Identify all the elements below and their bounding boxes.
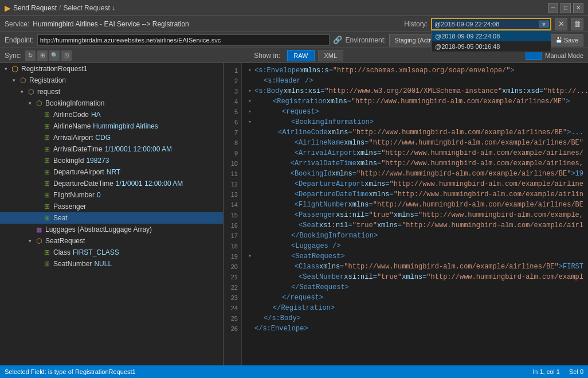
tnsn: SeatNumber — [53, 260, 92, 268]
title-sub: Select Request ↓ — [63, 4, 115, 12]
manual-mode-toggle[interactable] — [526, 52, 542, 60]
title-bar: ▶ Send Request / Select Request ↓ ─ □ ✕ — [0, 0, 588, 16]
tree-item-1[interactable]: ▾ ⬡ Registration — [0, 75, 223, 86]
tab-raw[interactable]: RAW — [287, 50, 314, 61]
tv9: NRT — [107, 168, 120, 176]
ti10: ⊞ — [42, 179, 52, 188]
fold-4[interactable]: ▾ — [246, 98, 253, 105]
tree-item-seatnum[interactable]: ⊞ SeatNumber NULL — [0, 258, 223, 270]
tree-item-10[interactable]: ⊞ DepartureDateTime 1/1/0001 12:00:00 AM — [0, 178, 223, 189]
tns: Seat — [53, 214, 68, 222]
tree-item-4[interactable]: ⊞ AirlineCode HA — [0, 109, 223, 120]
ln-7: 7 — [224, 127, 241, 138]
code-line-2: ▾ <s:Header /> — [246, 76, 583, 86]
tree-item-11[interactable]: ⊞ FlightNumber 0 — [0, 189, 223, 201]
tree-item-6[interactable]: ⊞ ArrivalAirport CDG — [0, 132, 223, 143]
tree-item-5[interactable]: ⊞ AirlineName Hummingbird Airlines — [0, 120, 223, 132]
ln-8: 8 — [224, 138, 241, 148]
tn4: AirlineCode — [53, 111, 89, 119]
ta9 — [34, 169, 41, 176]
ln-6: 6 — [224, 117, 241, 127]
tree-name-2: request — [37, 88, 60, 96]
tv5: Hummingbird Airlines — [93, 122, 158, 130]
line-numbers: 1 2 3 4 5 6 7 8 9 10 11 12 13 14 15 16 1… — [224, 63, 242, 365]
endpoint-label: Endpoint: — [5, 36, 34, 44]
ln-4: 4 — [224, 96, 241, 107]
ti5: ⊞ — [42, 122, 52, 131]
ln-25: 25 — [224, 313, 241, 324]
tree-arrow-1: ▾ — [10, 77, 17, 84]
service-row: Service: Hummingbird Airlines - EAI Serv… — [0, 16, 588, 32]
save-button[interactable]: 💾 Save — [550, 34, 583, 46]
sync-refresh-icon[interactable]: ↻ — [25, 50, 36, 61]
sync-grid-icon[interactable]: ⊞ — [37, 50, 48, 61]
tree-icon-1: ⬡ — [18, 76, 28, 85]
title-send: Send Request — [13, 4, 57, 12]
tv7: 1/1/0001 12:00:00 AM — [105, 145, 172, 153]
tree-item-7[interactable]: ⊞ ArrivalDateTime 1/1/0001 12:00:00 AM — [0, 143, 223, 155]
tree-item-8[interactable]: ⊞ BookingId 198273 — [0, 155, 223, 166]
show-in-label: Show in: — [254, 52, 280, 60]
tree-icon-2: ⬡ — [26, 87, 36, 96]
tree-item-luggages[interactable]: ▦ Luggages (AbstractLuggage Array) — [0, 224, 223, 235]
tree-icon-root: ⬡ — [10, 64, 19, 73]
fold-1[interactable]: ▾ — [246, 67, 253, 74]
fold-3[interactable]: ▾ — [246, 88, 253, 95]
restore-button[interactable]: □ — [560, 3, 571, 13]
tree-item-class[interactable]: ⊞ Class FIRST_CLASS — [0, 247, 223, 258]
history-label: History: — [404, 20, 428, 28]
tab-xml[interactable]: XML — [318, 50, 344, 61]
history-item-1[interactable]: @2018-09-05 00:16:48 — [432, 41, 551, 52]
endpoint-icon[interactable]: 🔗 — [333, 36, 342, 44]
ln-9: 9 — [224, 148, 241, 158]
code-line-11: ▾ <BookingId xmlns="http://www.hummingbi… — [246, 169, 583, 179]
tree-item-9[interactable]: ⊞ DepartureAirport NRT — [0, 166, 223, 178]
history-clear-button[interactable]: ✕ — [555, 18, 567, 30]
history-selected-text: @2018-09-09 22:24:08 — [434, 21, 499, 28]
ln-15: 15 — [224, 210, 241, 220]
code-line-26: ▾ </s:Envelope> — [246, 324, 583, 334]
fold-5[interactable]: ▾ — [246, 108, 253, 115]
ta4 — [34, 111, 41, 118]
main-content: ▾ ⬡ RegistrationRequest1 ▾ ⬡ Registratio… — [0, 63, 588, 365]
sync-search-icon[interactable]: 🔍 — [49, 50, 60, 61]
endpoint-input[interactable] — [37, 34, 330, 46]
tn12: Passenger — [53, 202, 86, 211]
close-button[interactable]: ✕ — [573, 3, 583, 13]
env-label: Environment: — [346, 36, 386, 44]
sync-filter-icon[interactable]: ⊡ — [61, 50, 72, 61]
tn5: AirlineName — [53, 122, 91, 130]
ln-3: 3 — [224, 86, 241, 96]
history-delete-button[interactable]: 🗑 — [571, 18, 583, 30]
title-sep: / — [59, 4, 61, 12]
history-dropdown-container[interactable]: @2018-09-09 22:24:08 ▼ @2018-09-09 22:24… — [431, 18, 551, 30]
tree-icon-3: ⬡ — [34, 99, 44, 108]
status-position: ln 1, col 1 — [533, 368, 560, 375]
tree-item-seat[interactable]: ⊞ Seat — [0, 212, 223, 224]
ti8: ⊞ — [42, 156, 52, 165]
tree-item-3[interactable]: ▾ ⬡ BookingInformation — [0, 98, 223, 109]
code-line-21: ▾ <SeatNumber xsi:nil="true" xmlns="http… — [246, 272, 583, 282]
fold-19[interactable]: ▾ — [246, 253, 253, 260]
status-right: ln 1, col 1 Sel 0 — [533, 368, 583, 375]
code-line-25: ▾ </s:Body> — [246, 313, 583, 324]
code-line-14: ▾ <FlightNumber xmlns="http://www.hummin… — [246, 200, 583, 210]
tn11: FlightNumber — [53, 191, 95, 199]
manual-mode-container: Manual Mode — [526, 52, 583, 60]
xml-panel: 1 2 3 4 5 6 7 8 9 10 11 12 13 14 15 16 1… — [224, 63, 588, 365]
tree-item-12[interactable]: ⊞ Passenger — [0, 201, 223, 212]
tn8: BookingId — [53, 157, 84, 165]
ti11: ⊞ — [42, 190, 52, 200]
history-caret-icon: ▼ — [539, 20, 549, 28]
tree-item-seatreq[interactable]: ▾ ⬡ SeatRequest — [0, 235, 223, 247]
minimize-button[interactable]: ─ — [548, 3, 558, 13]
ln-20: 20 — [224, 262, 241, 272]
history-item-0[interactable]: @2018-09-09 22:24:08 — [432, 31, 551, 41]
ti12: ⊞ — [42, 202, 52, 211]
history-selected[interactable]: @2018-09-09 22:24:08 ▼ — [431, 18, 551, 30]
code-line-6: ▾ <BookingInformation> — [246, 117, 583, 127]
tree-item-2[interactable]: ▾ ⬡ request — [0, 86, 223, 98]
fold-6[interactable]: ▾ — [246, 119, 253, 126]
ln-5: 5 — [224, 107, 241, 117]
tree-item-0[interactable]: ▾ ⬡ RegistrationRequest1 — [0, 63, 223, 75]
